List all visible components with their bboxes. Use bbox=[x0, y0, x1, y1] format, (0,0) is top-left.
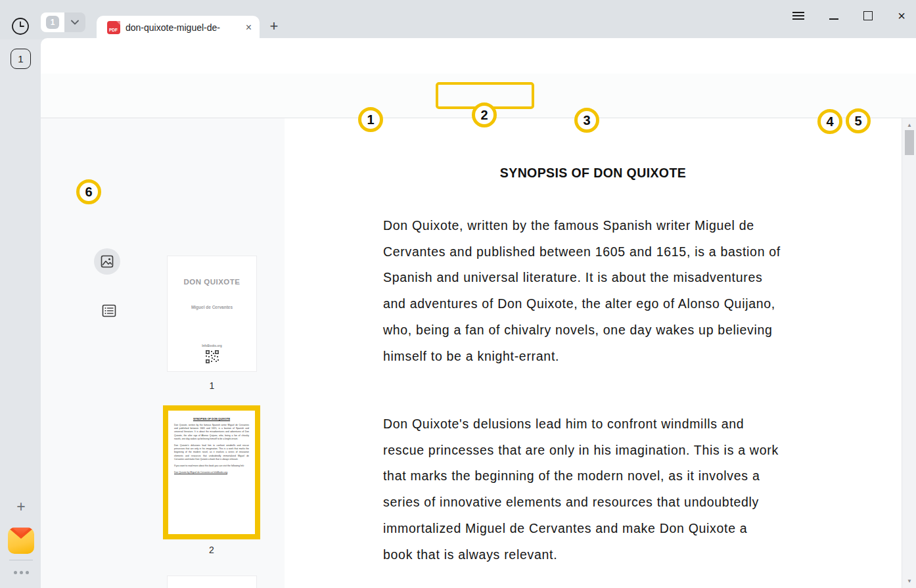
tab-group-pill[interactable]: 1 bbox=[41, 12, 85, 32]
window-controls: × bbox=[792, 7, 905, 25]
history-clock-icon[interactable] bbox=[11, 17, 30, 35]
rail-window-badge[interactable]: 1 bbox=[11, 49, 31, 69]
tab-title: don-quixote-miguel-de- bbox=[126, 22, 240, 33]
rail-more-icon[interactable] bbox=[14, 571, 29, 574]
annotation-circle-5: 5 bbox=[846, 108, 871, 133]
tab-pdf-document[interactable]: PDF don-quixote-miguel-de- × bbox=[97, 16, 260, 39]
thumb2-paragraph: Don Quixote, written by the famous Spani… bbox=[174, 424, 249, 441]
pdf-file-icon: PDF bbox=[107, 21, 120, 34]
browser-chrome: ← ↻ file:///C:/Users/Alice/Downloads/don… bbox=[41, 38, 916, 74]
thumbnails-panel-icon[interactable] bbox=[94, 248, 120, 275]
main-scrollbar-thumb[interactable] bbox=[905, 130, 914, 155]
thumb2-page-content: SYNOPSIS OF DON QUIXOTE Don Quixote, wri… bbox=[168, 411, 255, 534]
annotation-circle-2: 2 bbox=[472, 102, 497, 127]
thumbnail-page-3[interactable]: If you wish to read this work in other l… bbox=[168, 576, 256, 588]
document-paragraph-1: Don Quixote, written by the famous Spani… bbox=[383, 213, 817, 369]
thumb3-page-content: If you wish to read this work in other l… bbox=[168, 576, 256, 588]
minimize-button[interactable] bbox=[829, 18, 838, 20]
thumb1-page-label: 1 bbox=[168, 380, 256, 391]
new-tab-button[interactable]: + bbox=[264, 16, 284, 36]
tab-strip: 1 PDF don-quixote-miguel-de- × + × bbox=[0, 0, 916, 39]
browser-window: 1 PDF don-quixote-miguel-de- × + × 1 + ←… bbox=[0, 0, 916, 588]
document-heading: SYNOPSIS OF DON QUIXOTE bbox=[285, 166, 902, 181]
workspace-count-badge: 1 bbox=[46, 16, 59, 29]
workspace-indicator[interactable]: 1 bbox=[41, 12, 64, 32]
document-paragraph-2: Don Quixote's delusions lead him to conf… bbox=[383, 411, 817, 568]
thumb2-page-label: 2 bbox=[163, 545, 260, 555]
thumb2-heading: SYNOPSIS OF DON QUIXOTE bbox=[174, 417, 249, 420]
thumb1-author: Miguel de Cervantes bbox=[168, 305, 256, 309]
thumb2-paragraph: Don Quixote's delusions lead him to conf… bbox=[174, 444, 249, 461]
thumb1-site: InfoBooks.org bbox=[168, 344, 256, 348]
scroll-up-icon[interactable]: ▲ bbox=[902, 122, 916, 128]
rail-divider bbox=[9, 560, 33, 560]
qr-code bbox=[205, 350, 219, 364]
outline-panel-icon[interactable] bbox=[101, 303, 117, 319]
scroll-down-icon[interactable]: ▼ bbox=[902, 578, 916, 584]
close-window-button[interactable]: × bbox=[898, 9, 905, 22]
annotation-circle-1: 1 bbox=[358, 107, 383, 132]
annotation-circle-3: 3 bbox=[574, 108, 599, 133]
tab-close-icon[interactable]: × bbox=[246, 22, 252, 33]
chevron-down-icon bbox=[71, 20, 79, 25]
main-scrollbar[interactable]: ▲ ▼ bbox=[902, 118, 916, 588]
maximize-button[interactable] bbox=[863, 11, 873, 20]
tab-group-expand-button[interactable] bbox=[64, 12, 85, 32]
annotation-circle-4: 4 bbox=[817, 109, 842, 134]
annotation-circle-6: 6 bbox=[76, 179, 101, 204]
thumb1-title: DON QUIXOTE bbox=[168, 278, 256, 286]
mail-icon[interactable] bbox=[8, 528, 34, 554]
rail-add-button[interactable]: + bbox=[12, 498, 30, 515]
thumbnail-page-2-selected[interactable]: SYNOPSIS OF DON QUIXOTE Don Quixote, wri… bbox=[163, 405, 260, 539]
pdf-page-view[interactable]: SYNOPSIS OF DON QUIXOTE Don Quixote, wri… bbox=[285, 118, 902, 588]
thumb2-paragraph: If you want to read more about this book… bbox=[174, 464, 249, 468]
thumb2-link: Don Quixote by Miguel de Cervantes at In… bbox=[174, 471, 249, 474]
app-menu-icon[interactable] bbox=[792, 12, 804, 20]
thumbnail-page-1[interactable]: DON QUIXOTE Miguel de Cervantes InfoBook… bbox=[168, 256, 256, 371]
